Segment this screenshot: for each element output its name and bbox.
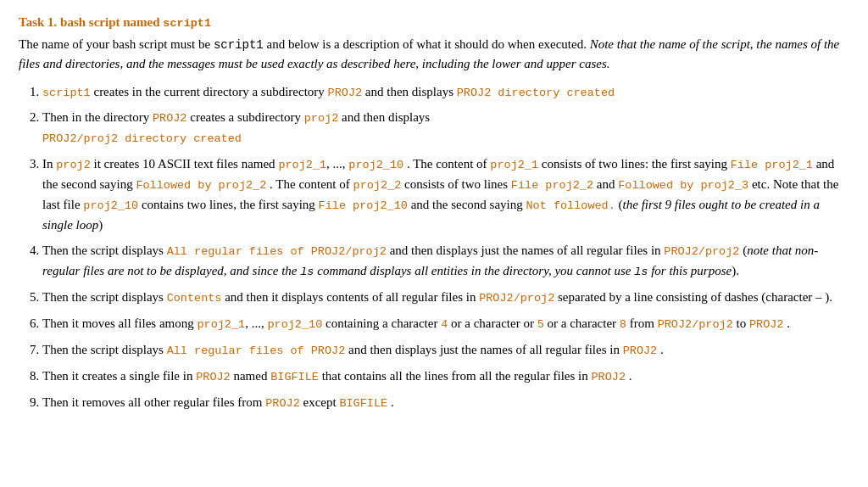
item9-code2: BIGFILE	[339, 397, 387, 410]
list-item-3: In proj2 it creates 10 ASCII text files …	[42, 154, 849, 235]
item3-code10: proj2_10	[83, 199, 138, 212]
list-item-6: Then it moves all files among proj2_1, .…	[42, 314, 849, 334]
item6-code6: PROJ2/proj2	[658, 318, 733, 331]
list-item-7: Then the script displays All regular fil…	[42, 340, 849, 361]
item4-code2: PROJ2/proj2	[664, 245, 739, 258]
item3-code7: proj2_2	[353, 179, 402, 192]
list-item-1: script1 creates in the current directory…	[42, 82, 849, 103]
script-name-title: script1	[163, 17, 211, 30]
task-list: script1 creates in the current directory…	[42, 82, 849, 413]
item4-ls2: ls	[634, 266, 648, 278]
item3-code8: File proj2_2	[511, 179, 593, 192]
item7-code2: PROJ2	[623, 344, 658, 357]
list-item-8: Then it creates a single file in PROJ2 n…	[42, 367, 849, 387]
item1-code2: PROJ2	[328, 87, 363, 99]
item5-code2: PROJ2/proj2	[479, 292, 554, 305]
item6-code1: proj2_1	[197, 318, 245, 331]
item1-code1: script1	[42, 85, 91, 98]
item3-code1: proj2	[56, 159, 91, 171]
item6-code2: proj2_10	[267, 318, 322, 331]
item4-ls: ls	[300, 266, 314, 278]
item3-code2: proj2_1	[278, 159, 326, 171]
list-item-5: Then the script displays Contents and th…	[42, 288, 849, 308]
task-title: Task 1. bash script named script1	[19, 15, 849, 30]
item3-code5: File proj2_1	[731, 159, 813, 171]
item6-code3: 4	[441, 318, 448, 331]
item3-code9: Followed by proj2_3	[618, 179, 748, 192]
script-name-intro: script1	[214, 38, 264, 52]
item8-code1: PROJ2	[196, 371, 231, 383]
item3-code11: File proj2_10	[319, 199, 408, 212]
list-item-4: Then the script displays All regular fil…	[42, 241, 849, 282]
item7-code1: All regular files of PROJ2	[167, 344, 346, 357]
item2-code2: proj2	[304, 112, 339, 125]
item3-code3: proj2_10	[348, 159, 403, 171]
item9-code1: PROJ2	[265, 397, 300, 410]
item2-code1: PROJ2	[153, 112, 187, 125]
item6-code5: 8	[620, 318, 626, 331]
item8-code3: PROJ2	[591, 371, 626, 383]
item8-code2: BIGFILE	[270, 371, 319, 383]
list-item-9: Then it removes all other regular files …	[42, 393, 849, 413]
item2-code3: PROJ2/proj2 directory created	[42, 132, 242, 145]
list-item-2: Then in the directory PROJ2 creates a su…	[42, 108, 849, 148]
item4-code1: All regular files of PROJ2/proj2	[167, 245, 387, 258]
item3-code4: proj2_1	[490, 159, 538, 171]
item6-code7: PROJ2	[749, 318, 784, 331]
item1-code3: PROJ2 directory created	[457, 87, 615, 99]
item3-code12: Not followed.	[526, 199, 615, 212]
item3-code6: Followed by proj2_2	[136, 179, 266, 192]
item5-code1: Contents	[167, 292, 222, 305]
intro-paragraph: The name of your bash script must be scr…	[19, 35, 849, 74]
item6-code4: 5	[537, 318, 544, 331]
